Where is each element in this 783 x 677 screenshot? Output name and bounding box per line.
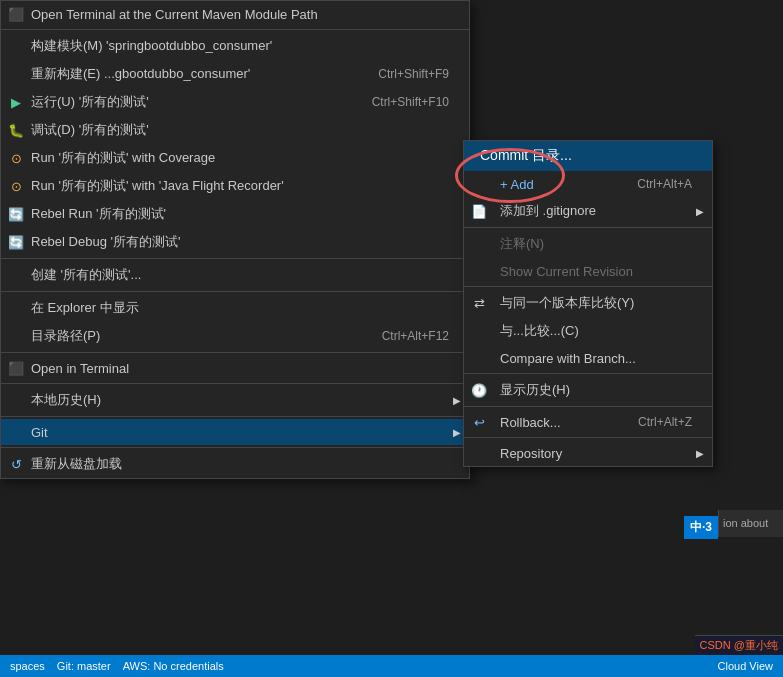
menu-item-open-terminal[interactable]: ⬛ Open Terminal at the Current Maven Mod…	[1, 1, 469, 27]
git-rollback[interactable]: ↩ Rollback... Ctrl+Alt+Z	[464, 409, 712, 435]
blue-highlight-box: 中·3	[684, 516, 718, 539]
separator-6	[1, 416, 469, 417]
rebel-run-icon: 🔄	[7, 205, 25, 223]
menu-item-run-jfr[interactable]: ⊙ Run '所有的测试' with 'Java Flight Recorder…	[1, 172, 469, 200]
git-show-history[interactable]: 🕐 显示历史(H)	[464, 376, 712, 404]
menu-item-dir-path[interactable]: 目录路径(P) Ctrl+Alt+F12	[1, 322, 469, 350]
separator-7	[1, 447, 469, 448]
git-submenu: Commit 目录... + Add Ctrl+Alt+A 📄 添加到 .git…	[463, 140, 713, 467]
status-bar: spaces Git: master AWS: No credentials C…	[0, 655, 783, 677]
menu-item-debug-tests[interactable]: 🐛 调试(D) '所有的测试'	[1, 116, 469, 144]
status-aws[interactable]: AWS: No credentials	[117, 660, 230, 672]
compare-icon: ⇄	[470, 294, 488, 312]
git-repository[interactable]: Repository	[464, 440, 712, 466]
git-show-revision[interactable]: Show Current Revision	[464, 258, 712, 284]
coverage-icon: ⊙	[7, 149, 25, 167]
menu-item-run-tests[interactable]: ▶ 运行(U) '所有的测试' Ctrl+Shift+F10	[1, 88, 469, 116]
terminal2-icon: ⬛	[7, 359, 25, 377]
side-panel: ion about	[718, 510, 783, 537]
status-spaces[interactable]: spaces	[4, 660, 51, 672]
git-sep5	[464, 437, 712, 438]
menu-item-reload[interactable]: ↺ 重新从磁盘加载	[1, 450, 469, 478]
gitignore-icon: 📄	[470, 202, 488, 220]
side-panel-text: ion about	[723, 516, 779, 531]
csdn-watermark: CSDN @重小纯	[695, 635, 783, 655]
debug-icon: 🐛	[7, 121, 25, 139]
separator-1	[1, 29, 469, 30]
status-git[interactable]: Git: master	[51, 660, 117, 672]
separator-5	[1, 383, 469, 384]
git-sep3	[464, 373, 712, 374]
menu-item-rebuild[interactable]: 重新构建(E) ...gbootdubbo_consumer' Ctrl+Shi…	[1, 60, 469, 88]
menu-item-show-explorer[interactable]: 在 Explorer 中显示	[1, 294, 469, 322]
git-compare-branch[interactable]: Compare with Branch...	[464, 345, 712, 371]
menu-item-git[interactable]: Git	[1, 419, 469, 445]
menu-item-run-coverage[interactable]: ⊙ Run '所有的测试' with Coverage	[1, 144, 469, 172]
reload-icon: ↺	[7, 455, 25, 473]
git-compare-version[interactable]: ⇄ 与同一个版本库比较(Y)	[464, 289, 712, 317]
jfr-icon: ⊙	[7, 177, 25, 195]
rebel-debug-icon: 🔄	[7, 233, 25, 251]
menu-item-rebel-debug[interactable]: 🔄 Rebel Debug '所有的测试'	[1, 228, 469, 256]
commit-header[interactable]: Commit 目录...	[464, 141, 712, 171]
git-sep4	[464, 406, 712, 407]
separator-2	[1, 258, 469, 259]
menu-item-create[interactable]: 创建 '所有的测试'...	[1, 261, 469, 289]
menu-item-local-history[interactable]: 本地历史(H)	[1, 386, 469, 414]
menu-item-build-module[interactable]: 构建模块(M) 'springbootdubbo_consumer'	[1, 32, 469, 60]
menu-item-rebel-run[interactable]: 🔄 Rebel Run '所有的测试'	[1, 200, 469, 228]
history-icon: 🕐	[470, 381, 488, 399]
git-compare[interactable]: 与...比较...(C)	[464, 317, 712, 345]
separator-4	[1, 352, 469, 353]
status-cloud-view[interactable]: Cloud View	[712, 660, 779, 672]
separator-3	[1, 291, 469, 292]
git-sep1	[464, 227, 712, 228]
menu-item-open-terminal2[interactable]: ⬛ Open in Terminal	[1, 355, 469, 381]
main-context-menu: ⬛ Open Terminal at the Current Maven Mod…	[0, 0, 470, 479]
git-annotate[interactable]: 注释(N)	[464, 230, 712, 258]
git-add[interactable]: + Add Ctrl+Alt+A	[464, 171, 712, 197]
rollback-icon: ↩	[470, 413, 488, 431]
run-icon: ▶	[7, 93, 25, 111]
git-sep2	[464, 286, 712, 287]
git-gitignore[interactable]: 📄 添加到 .gitignore	[464, 197, 712, 225]
terminal-icon: ⬛	[7, 5, 25, 23]
